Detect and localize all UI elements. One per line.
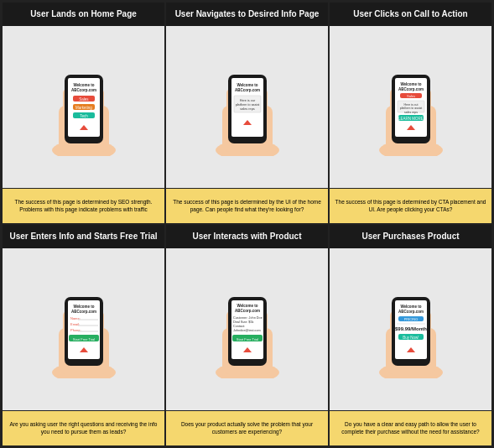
cell-product-header: User Interacts with Product: [166, 225, 328, 248]
cell-cta-footer: The success of this page is determined b…: [330, 188, 491, 223]
svg-text:sales reps: sales reps: [404, 111, 418, 114]
cell-home: User Lands on Home Page Welcome to ABCco…: [2, 2, 165, 224]
svg-text:ABCcorp.com: ABCcorp.com: [234, 88, 259, 92]
phone-trial-container: Welcome to ABCcorp.com Name: Email: Phon…: [46, 248, 122, 410]
svg-text:ABCcorp.com: ABCcorp.com: [398, 310, 423, 314]
hand-phone-svg-4: Welcome to ABCcorp.com Name: Email: Phon…: [46, 282, 122, 378]
svg-text:Marketing: Marketing: [75, 106, 92, 110]
svg-text:Contact:: Contact:: [233, 325, 245, 328]
phone-info-container: Welcome to ABCcorp.com Here is our platf…: [210, 26, 285, 188]
cell-cta: User Clicks on Call to Action Welcome to…: [329, 2, 492, 224]
cell-info-header: User Navigates to Desired Info Page: [166, 3, 328, 26]
hand-phone-svg-6: Welcome to ABCcorp.com PRICING $99.99/Mo…: [373, 282, 449, 378]
phone-purchase-container: Welcome to ABCcorp.com PRICING $99.99/Mo…: [373, 248, 449, 410]
phone-home-container: Welcome to ABCcorp.com Sales Marketing T…: [46, 26, 122, 188]
cell-info-footer: The success of this page is determined b…: [166, 188, 328, 223]
svg-text:ABCcorp.com: ABCcorp.com: [70, 88, 96, 92]
cell-trial: User Enters Info and Starts Free Trial W…: [2, 224, 165, 446]
svg-text:Here is our: Here is our: [239, 99, 255, 102]
svg-text:Welcome to: Welcome to: [400, 82, 421, 86]
svg-text:PRICING: PRICING: [403, 317, 418, 321]
cell-purchase-header: User Purchases Product: [330, 225, 491, 248]
hand-phone-svg-1: Welcome to ABCcorp.com Sales Marketing T…: [46, 60, 122, 156]
cell-purchase: User Purchases Product Welcome to ABCcor…: [329, 224, 492, 446]
svg-text:ABCcorp.com: ABCcorp.com: [234, 309, 259, 313]
svg-text:Tech: Tech: [80, 114, 88, 118]
phone-cta-container: Welcome to ABCcorp.com Sales Here is out…: [373, 26, 449, 188]
hand-phone-svg-5: Welcome to ABCcorp.com Customer: John Do…: [210, 282, 285, 378]
svg-text:Welcome to: Welcome to: [73, 305, 94, 309]
svg-text:Start Free Trial: Start Free Trial: [72, 337, 95, 341]
cell-info: User Navigates to Desired Info Page Welc…: [165, 2, 329, 224]
cell-home-header: User Lands on Home Page: [3, 3, 164, 26]
hand-phone-svg-2: Welcome to ABCcorp.com Here is our platf…: [210, 60, 285, 156]
svg-text:Welcome to: Welcome to: [237, 83, 257, 87]
svg-text:Johndoe@test.com: Johndoe@test.com: [233, 329, 261, 332]
svg-text:sales reps: sales reps: [240, 107, 254, 111]
svg-text:Customer: John Doe: Customer: John Doe: [233, 316, 263, 320]
svg-text:ABCcorp.com: ABCcorp.com: [398, 87, 423, 91]
svg-text:LEARN MORE: LEARN MORE: [398, 117, 424, 121]
svg-text:Buy Now!: Buy Now!: [403, 336, 419, 340]
svg-text:Deal Size: $5k: Deal Size: $5k: [233, 320, 254, 324]
cell-trial-footer: Are you asking user the right questions …: [3, 410, 164, 445]
cell-cta-header: User Clicks on Call to Action: [330, 3, 491, 26]
svg-text:Welcome to: Welcome to: [237, 304, 257, 308]
cell-product: User Interacts with Product Welcome to A…: [165, 224, 329, 446]
svg-text:Sales: Sales: [79, 97, 89, 102]
cell-home-footer: The success of this page is determined b…: [3, 188, 164, 223]
phone-product-container: Welcome to ABCcorp.com Customer: John Do…: [210, 248, 285, 410]
svg-text:ABCcorp.com: ABCcorp.com: [70, 310, 96, 314]
svg-text:Sales: Sales: [406, 94, 414, 98]
main-grid: User Lands on Home Page Welcome to ABCco…: [0, 0, 494, 448]
svg-text:Here is out: Here is out: [403, 103, 418, 107]
cell-purchase-footer: Do you have a clear and easy path to all…: [330, 410, 491, 445]
svg-text:$99.99/Month: $99.99/Month: [394, 326, 426, 331]
svg-text:Welcome to: Welcome to: [400, 305, 421, 309]
svg-text:Welcome to: Welcome to: [73, 83, 94, 87]
hand-phone-svg-3: Welcome to ABCcorp.com Sales Here is out…: [373, 60, 449, 156]
svg-text:platform to assist: platform to assist: [235, 103, 260, 107]
cell-product-footer: Does your product actually solve the pro…: [166, 410, 328, 445]
svg-text:Start Free Trial: Start Free Trial: [236, 337, 258, 341]
svg-text:platform to assist: platform to assist: [399, 107, 421, 110]
cell-trial-header: User Enters Info and Starts Free Trial: [3, 225, 164, 248]
